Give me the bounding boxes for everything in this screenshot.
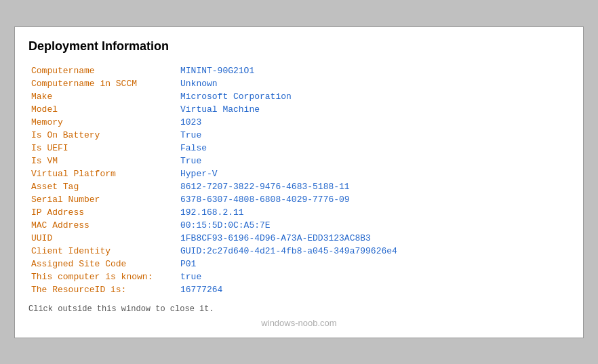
row-value: True <box>178 155 570 167</box>
row-value: 1023 <box>178 116 570 129</box>
table-row: Is UEFIFalse <box>28 142 570 155</box>
row-value: True <box>178 129 570 142</box>
row-label: The ResourceID is: <box>28 283 178 296</box>
row-value: 192.168.2.11 <box>178 206 570 219</box>
row-value: 8612-7207-3822-9476-4683-5188-11 <box>178 180 570 193</box>
table-row: Virtual PlatformHyper-V <box>28 167 570 180</box>
table-row: Computername in SCCMUnknown <box>28 77 570 90</box>
table-row: Asset Tag8612-7207-3822-9476-4683-5188-1… <box>28 180 570 193</box>
row-value: False <box>178 142 570 155</box>
table-row: UUID1FB8CF93-6196-4D96-A73A-EDD3123AC8B3 <box>28 232 570 245</box>
row-label: Is On Battery <box>28 129 178 142</box>
row-label: Assigned Site Code <box>28 258 178 270</box>
deployment-window: Deployment Information ComputernameMININ… <box>14 26 584 338</box>
table-row: Client IdentityGUID:2c27d640-4d21-4fb8-a… <box>28 245 570 258</box>
watermark: windows-noob.com <box>28 318 570 328</box>
row-value: Virtual Machine <box>178 103 570 116</box>
row-value: GUID:2c27d640-4d21-4fb8-a045-349a799626e… <box>178 245 570 258</box>
row-label: Make <box>28 90 178 103</box>
table-row: Memory1023 <box>28 116 570 129</box>
row-value: Unknown <box>178 77 570 90</box>
row-label: Client Identity <box>28 245 178 258</box>
row-label: Is VM <box>28 155 178 167</box>
table-row: MakeMicrosoft Corporation <box>28 90 570 103</box>
row-label: Serial Number <box>28 193 178 206</box>
row-value: Hyper-V <box>178 167 570 180</box>
row-label: This computer is known: <box>28 270 178 283</box>
row-value: P01 <box>178 258 570 270</box>
table-row: Is On BatteryTrue <box>28 129 570 142</box>
row-label: UUID <box>28 232 178 245</box>
row-value: Microsoft Corporation <box>178 90 570 103</box>
table-row: Is VMTrue <box>28 155 570 167</box>
row-value: 1FB8CF93-6196-4D96-A73A-EDD3123AC8B3 <box>178 232 570 245</box>
table-row: The ResourceID is:16777264 <box>28 283 570 296</box>
table-row: Serial Number6378-6307-4808-6808-4029-77… <box>28 193 570 206</box>
table-row: ComputernameMININT-90G21O1 <box>28 64 570 77</box>
row-label: Asset Tag <box>28 180 178 193</box>
row-label: IP Address <box>28 206 178 219</box>
row-value: 00:15:5D:0C:A5:7E <box>178 219 570 232</box>
row-label: Model <box>28 103 178 116</box>
info-table: ComputernameMININT-90G21O1Computername i… <box>28 64 570 296</box>
row-value: true <box>178 270 570 283</box>
row-label: Computername <box>28 64 178 77</box>
table-row: MAC Address00:15:5D:0C:A5:7E <box>28 219 570 232</box>
row-label: Memory <box>28 116 178 129</box>
table-row: Assigned Site CodeP01 <box>28 258 570 270</box>
row-label: Computername in SCCM <box>28 77 178 90</box>
row-label: Virtual Platform <box>28 167 178 180</box>
page-title: Deployment Information <box>28 39 570 54</box>
row-label: Is UEFI <box>28 142 178 155</box>
row-value: 6378-6307-4808-6808-4029-7776-09 <box>178 193 570 206</box>
table-row: ModelVirtual Machine <box>28 103 570 116</box>
table-row: IP Address192.168.2.11 <box>28 206 570 219</box>
row-label: MAC Address <box>28 219 178 232</box>
table-row: This computer is known:true <box>28 270 570 283</box>
footer-text: Click outside this window to close it. <box>28 304 570 314</box>
row-value: 16777264 <box>178 283 570 296</box>
row-value: MININT-90G21O1 <box>178 64 570 77</box>
